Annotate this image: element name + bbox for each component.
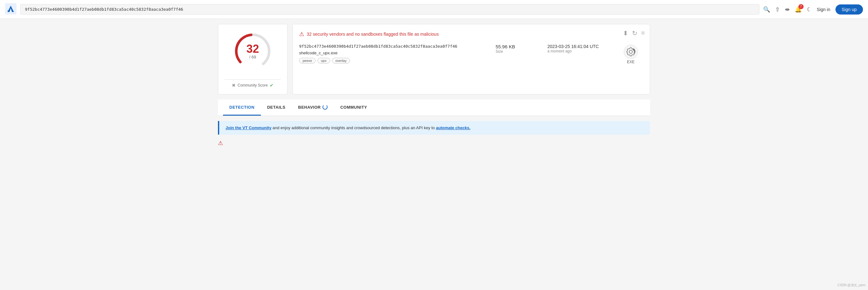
community-banner: Join the VT Community and enjoy addition… xyxy=(218,121,650,135)
banner-text-part1: and enjoy additional community insights … xyxy=(273,125,436,130)
tab-detection[interactable]: DETECTION xyxy=(223,99,261,116)
header-actions: 🔍 ⇧ ⇼ 🔔 7 ☾ Sign in Sign up xyxy=(763,4,863,14)
join-vt-community-link[interactable]: Join the VT Community xyxy=(225,125,271,130)
file-date-value: 2023-03-25 16:41:04 UTC xyxy=(548,44,611,49)
hash-display: 9f52bc4773e4600390b4d1f27aeb08db1fd83ca5… xyxy=(20,4,760,14)
main-content: 32 / 69 ✖ Community Score ✔ ⬍ ↻ ⌗ ⚠ xyxy=(213,19,655,152)
card-actions: ⬍ ↻ ⌗ xyxy=(623,29,645,37)
search-icon[interactable]: 🔍 xyxy=(763,6,770,13)
tabs-bar: DETECTION DETAILS BEHAVIOR COMMUNITY xyxy=(218,99,650,116)
score-number: 32 xyxy=(246,43,259,55)
file-name: shellcode_c_upx.exe xyxy=(299,51,488,55)
file-size: 55.96 KB xyxy=(496,44,540,49)
file-size-label: Size xyxy=(496,49,540,54)
behavior-spinner xyxy=(322,104,328,109)
automate-checks-link[interactable]: automate checks. xyxy=(436,125,470,130)
exe-label: EXE xyxy=(627,60,634,64)
tags-row: peexeupxoverlay xyxy=(299,58,488,64)
file-tag[interactable]: peexe xyxy=(299,58,315,64)
notifications[interactable]: 🔔 7 xyxy=(795,6,802,13)
svg-rect-0 xyxy=(5,3,17,14)
score-total: / 69 xyxy=(246,55,259,59)
file-meta: 55.96 KB Size xyxy=(496,44,540,54)
score-gauge: 32 / 69 xyxy=(232,31,273,72)
svg-point-5 xyxy=(624,45,638,59)
grid-icon[interactable]: ⇼ xyxy=(785,6,790,13)
file-type-icon: EXE xyxy=(618,44,644,64)
file-hash-name: 9f52bc4773e4600390b4d1f27aeb08db1fd83ca5… xyxy=(299,44,488,64)
alert-text: 32 security vendors and no sandboxes fla… xyxy=(307,32,439,37)
alert-icon: ⚠ xyxy=(299,31,304,38)
logo[interactable] xyxy=(5,3,17,15)
community-score-label: Community Score xyxy=(238,83,268,88)
upload-icon[interactable]: ⇧ xyxy=(775,6,780,13)
warning-icon-bottom: ⚠ xyxy=(218,140,223,147)
bottom-hint-row: ⚠ xyxy=(218,140,650,147)
alert-row: ⚠ 32 security vendors and no sandboxes f… xyxy=(299,31,644,38)
compare-icon[interactable]: ⬍ xyxy=(623,29,628,37)
file-tag[interactable]: overlay xyxy=(332,58,350,64)
tab-community[interactable]: COMMUNITY xyxy=(334,99,373,116)
file-hash: 9f52bc4773e4600390b4d1f27aeb08db1fd83ca5… xyxy=(299,44,488,49)
tab-details[interactable]: DETAILS xyxy=(261,99,292,116)
refresh-icon[interactable]: ↻ xyxy=(632,29,638,37)
file-details-row: 9f52bc4773e4600390b4d1f27aeb08db1fd83ca5… xyxy=(299,44,644,64)
sign-in-button[interactable]: Sign in xyxy=(817,7,830,12)
score-card: 32 / 69 ✖ Community Score ✔ xyxy=(218,24,287,94)
score-center: 32 / 69 xyxy=(246,43,259,59)
community-score-row: ✖ Community Score ✔ xyxy=(224,79,281,88)
header: 9f52bc4773e4600390b4d1f27aeb08db1fd83ca5… xyxy=(0,0,868,19)
notification-badge: 7 xyxy=(799,4,804,9)
top-section: 32 / 69 ✖ Community Score ✔ ⬍ ↻ ⌗ ⚠ xyxy=(218,24,650,94)
sign-up-button[interactable]: Sign up xyxy=(835,4,863,14)
file-date-ago: a moment ago xyxy=(548,49,611,54)
community-score-x-icon: ✖ xyxy=(232,83,236,88)
file-card: ⬍ ↻ ⌗ ⚠ 32 security vendors and no sandb… xyxy=(292,24,650,94)
tab-behavior[interactable]: BEHAVIOR xyxy=(292,99,334,116)
qr-icon[interactable]: ⌗ xyxy=(641,29,645,37)
file-tag[interactable]: upx xyxy=(317,58,330,64)
community-score-check-icon: ✔ xyxy=(270,83,274,88)
svg-rect-2 xyxy=(7,10,9,12)
dark-mode-icon[interactable]: ☾ xyxy=(807,6,812,13)
file-date: 2023-03-25 16:41:04 UTC a moment ago xyxy=(548,44,611,54)
